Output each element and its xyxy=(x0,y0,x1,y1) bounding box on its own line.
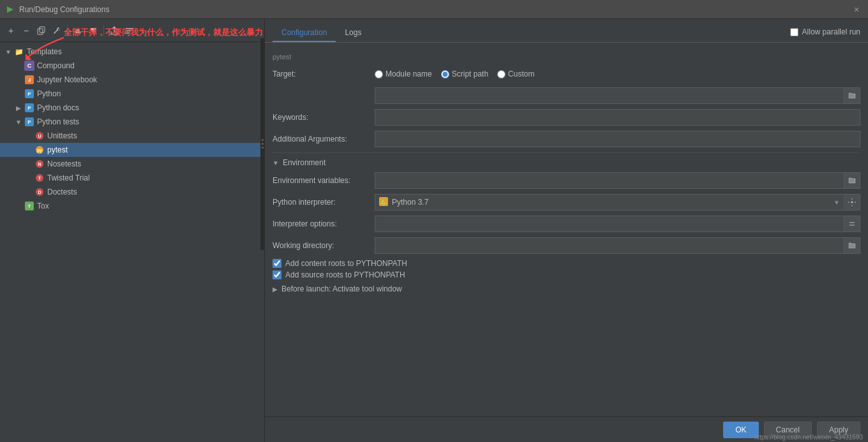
jupyter-icon: J xyxy=(24,75,34,85)
env-vars-browse-button[interactable] xyxy=(844,172,860,189)
unittests-icon: U xyxy=(34,131,45,141)
tree-item-jupyter[interactable]: ▶ J Jupyter Notebook xyxy=(0,73,264,87)
additional-args-input-container xyxy=(375,131,860,147)
svg-rect-1 xyxy=(38,29,43,34)
python-tests-icon: P xyxy=(24,117,34,127)
working-dir-browse-button[interactable] xyxy=(844,237,860,254)
additional-args-row: Additional Arguments: xyxy=(273,131,860,147)
window-title: Run/Debug Configurations xyxy=(19,5,863,14)
tree-arrow-python-docs: ▶ xyxy=(14,103,23,112)
before-launch-section[interactable]: ▶ Before launch: Activate tool window xyxy=(273,284,860,293)
svg-text:🐍: 🐍 xyxy=(380,198,387,205)
script-path-label: Script path xyxy=(452,70,488,78)
apply-button[interactable]: Apply xyxy=(817,422,860,438)
script-path-browse-button[interactable] xyxy=(844,87,860,104)
share-button[interactable] xyxy=(107,24,121,38)
tree-label-python-docs: Python docs xyxy=(37,103,79,112)
copy-config-button[interactable] xyxy=(34,24,49,38)
tree-label-jupyter: Jupyter Notebook xyxy=(37,75,97,84)
python-interpreter-select[interactable]: 🐍 Python 3.7 ▼ xyxy=(375,194,844,210)
move-down-button[interactable] xyxy=(86,24,100,38)
cancel-button[interactable]: Cancel xyxy=(764,422,812,438)
add-content-roots-checkbox[interactable] xyxy=(273,259,281,268)
tree-label-compound: Compound xyxy=(37,61,75,70)
python-icon: P xyxy=(24,89,34,99)
tree-item-twisted-trial[interactable]: ▶ T Twisted Trial xyxy=(0,171,264,185)
add-config-button[interactable]: + xyxy=(4,24,18,38)
tree-item-tox[interactable]: ▶ T Tox xyxy=(0,199,264,213)
working-dir-container xyxy=(375,237,860,254)
svg-rect-5 xyxy=(126,33,130,34)
python-interpreter-settings-button[interactable] xyxy=(844,194,860,210)
toolbar-separator-2 xyxy=(103,25,104,36)
environment-label: Environment xyxy=(283,158,326,167)
additional-args-input[interactable] xyxy=(375,131,860,147)
tree-item-pytest[interactable]: ▶ py pytest xyxy=(0,143,264,157)
svg-text:P: P xyxy=(27,91,31,97)
svg-text:D: D xyxy=(38,190,41,195)
tree-item-unittests[interactable]: ▶ U Unittests xyxy=(0,129,264,143)
resize-handle[interactable] xyxy=(260,38,264,250)
interpreter-options-btn[interactable] xyxy=(844,216,860,232)
python-interpreter-label: Python interpreter: xyxy=(273,198,375,207)
tab-configuration[interactable]: Configuration xyxy=(273,24,336,42)
script-path-input[interactable] xyxy=(375,87,844,104)
svg-text:N: N xyxy=(38,162,41,166)
tree-item-python-tests[interactable]: ▼ P Python tests xyxy=(0,115,264,129)
resize-dot-1 xyxy=(262,139,264,141)
bottom-bar: OK Cancel Apply xyxy=(265,416,868,442)
tree-label-doctests: Doctests xyxy=(47,188,77,196)
tree-item-doctests[interactable]: ▶ D Doctests xyxy=(0,185,264,199)
svg-text:T: T xyxy=(28,204,31,209)
tabs: Configuration Logs xyxy=(273,24,370,42)
keywords-row: Keywords: xyxy=(273,109,860,126)
tree-item-templates[interactable]: ▼ 📁 Templates xyxy=(0,45,264,59)
script-path-option[interactable]: Script path xyxy=(441,70,488,78)
module-name-label: Module name xyxy=(385,70,432,78)
wrench-button[interactable] xyxy=(50,24,64,38)
remove-config-button[interactable]: − xyxy=(19,24,33,38)
right-panel: Configuration Logs Allow parallel run py… xyxy=(265,19,868,442)
right-content: pytest Target: Module name Script path xyxy=(265,43,868,416)
interpreter-options-input[interactable] xyxy=(375,216,844,232)
tree-container: ▼ 📁 Templates ▶ C Compound ▶ J Jupyt xyxy=(0,42,264,442)
tree-label-twisted-trial: Twisted Trial xyxy=(47,173,90,182)
module-name-option[interactable]: Module name xyxy=(375,70,432,78)
interpreter-options-row: Interpreter options: xyxy=(273,216,860,232)
keywords-input[interactable] xyxy=(375,109,860,126)
environment-header[interactable]: ▼ Environment xyxy=(273,158,860,167)
custom-radio[interactable] xyxy=(497,70,505,78)
svg-text:P: P xyxy=(27,119,31,125)
env-vars-input-container xyxy=(375,172,860,189)
python-interpreter-arrow: ▼ xyxy=(834,199,840,206)
env-vars-label: Environment variables: xyxy=(273,176,375,185)
toolbar-separator-1 xyxy=(67,25,68,36)
parallel-run-checkbox[interactable] xyxy=(790,28,798,36)
working-dir-input[interactable] xyxy=(375,237,844,254)
tree-item-compound[interactable]: ▶ C Compound xyxy=(0,59,264,73)
close-button[interactable]: × xyxy=(851,4,862,15)
tree-item-python-docs[interactable]: ▶ P Python docs xyxy=(0,101,264,115)
sort-button[interactable] xyxy=(123,24,137,38)
tree-item-nosetests[interactable]: ▶ N Nosetests xyxy=(0,157,264,171)
tree-item-python[interactable]: ▶ P Python xyxy=(0,87,264,101)
add-source-roots-checkbox[interactable] xyxy=(273,270,281,279)
script-path-radio[interactable] xyxy=(441,70,449,78)
right-header: Configuration Logs Allow parallel run xyxy=(265,19,868,43)
env-vars-input[interactable] xyxy=(375,172,844,189)
script-path-row xyxy=(273,87,860,104)
move-up-button[interactable] xyxy=(71,24,85,38)
svg-rect-2 xyxy=(40,27,45,33)
svg-text:py: py xyxy=(37,148,42,153)
module-name-radio[interactable] xyxy=(375,70,383,78)
resize-dot-3 xyxy=(262,147,264,149)
ok-button[interactable]: OK xyxy=(723,422,758,438)
env-arrow-icon: ▼ xyxy=(273,159,279,166)
python-interpreter-row: Python interpreter: 🐍 Python 3.7 xyxy=(273,194,860,210)
custom-option[interactable]: Custom xyxy=(497,70,534,78)
tree-label-nosetests: Nosetests xyxy=(47,159,81,168)
nosetests-icon: N xyxy=(34,159,45,169)
python-interpreter-container: 🐍 Python 3.7 ▼ xyxy=(375,194,860,210)
tab-logs[interactable]: Logs xyxy=(336,24,370,42)
svg-rect-4 xyxy=(126,30,131,31)
